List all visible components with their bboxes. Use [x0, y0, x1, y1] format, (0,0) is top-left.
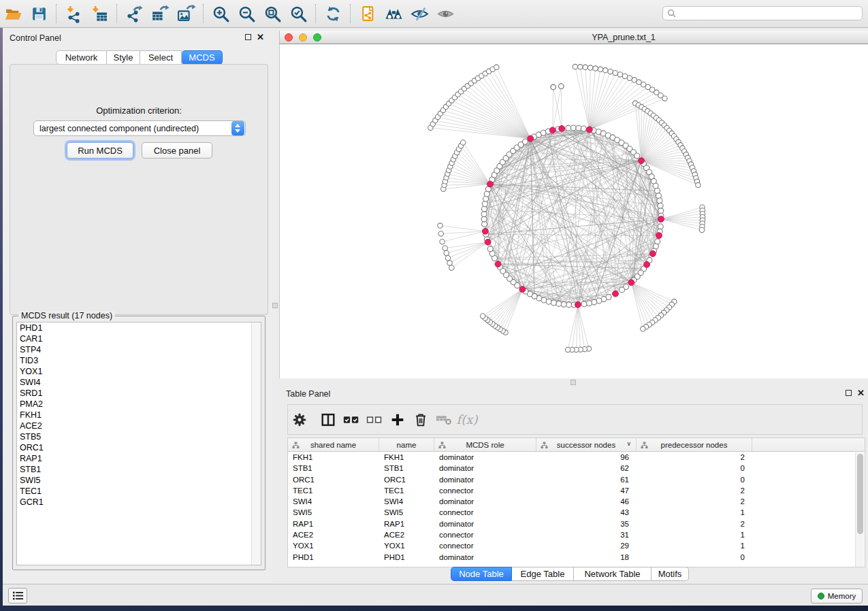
export-to-web-button[interactable]	[355, 2, 381, 25]
float-panel-icon[interactable]	[245, 34, 251, 40]
criterion-dropdown[interactable]: largest connected component (undirected)	[33, 120, 246, 136]
select-all-button[interactable]	[340, 410, 363, 430]
zoom-out-button[interactable]	[234, 2, 259, 25]
column-settings-button[interactable]	[288, 410, 311, 430]
mcds-node-item[interactable]: TEC1	[17, 486, 261, 497]
cell-name: RAP1	[379, 518, 434, 529]
table-row[interactable]: SWI4SWI4dominator462	[288, 496, 865, 507]
run-mcds-button[interactable]: Run MCDS	[67, 142, 133, 159]
mcds-node-item[interactable]: ACE2	[17, 420, 261, 431]
network-window-titlebar[interactable]: YPA_prune.txt_1	[279, 31, 868, 44]
table-row[interactable]: TEC1TEC1connector472	[288, 485, 865, 496]
table-row[interactable]: PHD1PHD1dominator180	[288, 552, 865, 563]
splitter-grip[interactable]	[570, 380, 576, 385]
export-image-button[interactable]	[173, 2, 199, 25]
close-panel-icon[interactable]: ✕	[257, 34, 264, 40]
column-header-shared-name[interactable]: shared name	[288, 438, 379, 451]
table-row[interactable]: STB1STB1dominator620	[288, 463, 865, 474]
import-network-button[interactable]	[61, 2, 86, 25]
export-table-button[interactable]	[147, 2, 173, 25]
show-panels-menu-button[interactable]	[8, 588, 27, 604]
tab-network[interactable]: Network	[56, 50, 107, 65]
mcds-node-item[interactable]: ORC1	[17, 442, 261, 453]
close-panel-button[interactable]: Close panel	[142, 142, 212, 159]
mcds-node-item[interactable]: TID3	[17, 355, 261, 366]
float-panel-icon[interactable]	[846, 390, 852, 396]
show-columns-button[interactable]	[317, 410, 340, 430]
mcds-node-item[interactable]: CAR1	[17, 333, 261, 344]
mcds-node-item[interactable]: SWI5	[17, 475, 261, 486]
column-header-successor-nodes[interactable]: successor nodes∨	[536, 438, 637, 451]
mcds-node-item[interactable]: RAP1	[17, 453, 261, 464]
open-file-button[interactable]	[0, 2, 26, 25]
export-network-button[interactable]	[121, 2, 147, 25]
search-box[interactable]	[662, 6, 863, 20]
cell-successor-nodes: 47	[536, 485, 637, 496]
mcds-node-item[interactable]: STB5	[17, 431, 261, 442]
function-builder-button[interactable]: f(x)	[455, 410, 479, 430]
first-neighbors-button[interactable]	[381, 2, 406, 25]
delete-table-button[interactable]	[432, 410, 455, 430]
cell-MCDS-role: dominator	[434, 463, 536, 474]
window-minimize-icon[interactable]	[299, 33, 307, 42]
mcds-result-group: MCDS result (17 nodes) PHD1CAR1STP4TID3Y…	[12, 316, 266, 570]
show-all-button[interactable]	[432, 2, 458, 25]
window-maximize-icon[interactable]	[313, 33, 321, 42]
horizontal-splitter[interactable]	[279, 378, 868, 386]
close-panel-icon[interactable]: ✕	[857, 390, 865, 396]
zoom-selected-button[interactable]	[285, 2, 311, 25]
zoom-fit-button[interactable]	[259, 2, 285, 25]
tab-select[interactable]: Select	[140, 50, 182, 65]
mcds-node-item[interactable]: SWI4	[17, 377, 261, 388]
mcds-node-item[interactable]: PHD1	[17, 323, 261, 333]
mcds-node-item[interactable]: GCR1	[17, 497, 261, 508]
table-row[interactable]: ACE2ACE2connector311	[288, 529, 865, 540]
search-input[interactable]	[676, 9, 853, 18]
table-panel: Table Panel ✕ f(x) shared namenameMCDS r…	[279, 386, 868, 584]
mcds-node-item[interactable]: FKH1	[17, 410, 261, 420]
hide-selected-button[interactable]	[406, 2, 432, 25]
memory-button[interactable]: Memory	[811, 589, 863, 604]
vertical-splitter[interactable]	[272, 28, 279, 584]
open-folder-icon	[4, 5, 22, 23]
import-table-button[interactable]	[86, 2, 112, 25]
mcds-result-list[interactable]: PHD1CAR1STP4TID3YOX1SWI4SRD1PMA2FKH1ACE2…	[16, 322, 261, 565]
tab-style[interactable]: Style	[107, 50, 140, 65]
zoom-in-button[interactable]	[208, 2, 234, 25]
mcds-node-item[interactable]: PMA2	[17, 399, 261, 410]
node-table[interactable]: shared namenameMCDS rolesuccessor nodes∨…	[287, 437, 865, 567]
mcds-node-item[interactable]: YOX1	[17, 366, 261, 377]
zoom-fit-icon	[263, 5, 282, 23]
column-header-predecessor-nodes[interactable]: predecessor nodes	[637, 438, 752, 451]
scrollbar-thumb[interactable]	[857, 454, 863, 534]
table-row[interactable]: ORC1ORC1dominator610	[288, 474, 865, 485]
refresh-layout-button[interactable]	[320, 2, 346, 25]
table-row[interactable]: FKH1FKH1dominator962	[288, 452, 865, 463]
cell-predecessor-nodes: 2	[637, 518, 752, 529]
column-header-name[interactable]: name	[379, 438, 434, 451]
tab-edge-table[interactable]: Edge Table	[512, 567, 574, 581]
mcds-list-scrollbar[interactable]	[251, 323, 261, 565]
table-row[interactable]: YOX1YOX1connector291	[288, 540, 865, 551]
table-row[interactable]: SWI5SWI5connector431	[288, 507, 865, 518]
column-header-MCDS-role[interactable]: MCDS role	[434, 438, 536, 451]
table-scrollbar[interactable]	[855, 452, 864, 567]
mcds-node-item[interactable]: SRD1	[17, 388, 261, 399]
cell-MCDS-role: connector	[434, 540, 536, 551]
tab-mcds[interactable]: MCDS	[182, 50, 223, 65]
unselect-all-button[interactable]	[363, 410, 386, 430]
mcds-node-item[interactable]: STB1	[17, 464, 261, 475]
memory-status-icon	[818, 593, 824, 599]
table-row[interactable]: RAP1RAP1dominator352	[288, 518, 865, 529]
window-close-icon[interactable]	[285, 33, 293, 42]
save-session-button[interactable]	[26, 2, 52, 25]
mcds-node-item[interactable]: STP4	[17, 344, 261, 355]
table-toolbar: f(x)	[287, 404, 863, 435]
tab-network-table[interactable]: Network Table	[574, 567, 652, 581]
add-row-button[interactable]	[386, 410, 409, 430]
tab-motifs[interactable]: Motifs	[652, 567, 689, 581]
network-canvas[interactable]	[279, 44, 868, 378]
tab-node-table[interactable]: Node Table	[451, 567, 512, 581]
splitter-grip[interactable]	[272, 303, 278, 308]
delete-row-button[interactable]	[409, 410, 432, 430]
